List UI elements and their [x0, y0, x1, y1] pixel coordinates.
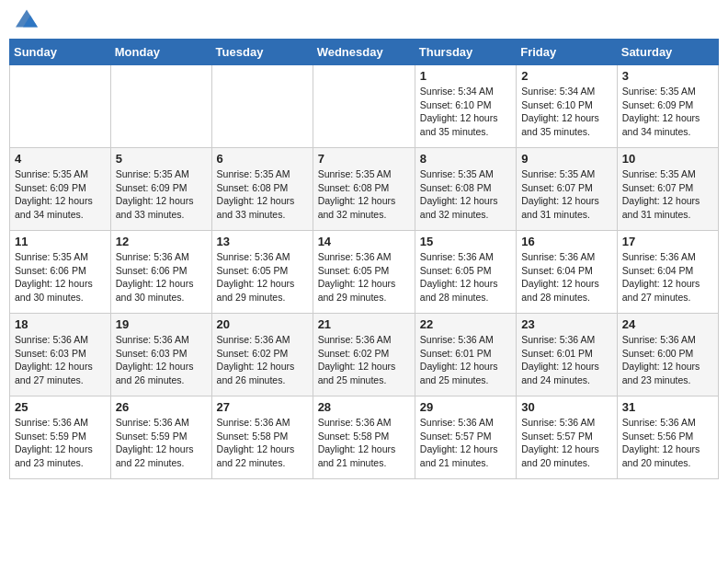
weekday-header-sunday: Sunday [10, 40, 111, 65]
calendar-cell: 22Sunrise: 5:36 AM Sunset: 6:01 PM Dayli… [415, 314, 516, 396]
day-number: 24 [622, 317, 713, 331]
weekday-header-tuesday: Tuesday [211, 40, 313, 65]
calendar-cell: 24Sunrise: 5:36 AM Sunset: 6:00 PM Dayli… [617, 314, 718, 396]
day-number: 31 [622, 400, 713, 414]
day-number: 7 [318, 152, 410, 166]
calendar-cell: 20Sunrise: 5:36 AM Sunset: 6:02 PM Dayli… [211, 314, 313, 396]
calendar-cell: 25Sunrise: 5:36 AM Sunset: 5:59 PM Dayli… [10, 396, 111, 479]
day-number: 4 [15, 152, 106, 166]
day-number: 20 [217, 317, 308, 331]
day-info: Sunrise: 5:35 AM Sunset: 6:08 PM Dayligh… [217, 167, 308, 222]
weekday-header-saturday: Saturday [617, 40, 718, 65]
day-number: 25 [15, 400, 106, 414]
day-number: 11 [15, 235, 106, 248]
calendar-table: SundayMondayTuesdayWednesdayThursdayFrid… [9, 39, 719, 479]
calendar-cell: 15Sunrise: 5:36 AM Sunset: 6:05 PM Dayli… [415, 231, 516, 314]
day-info: Sunrise: 5:35 AM Sunset: 6:07 PM Dayligh… [622, 167, 713, 222]
day-number: 14 [318, 235, 410, 248]
day-info: Sunrise: 5:36 AM Sunset: 6:05 PM Dayligh… [217, 250, 308, 304]
day-number: 22 [420, 317, 511, 331]
calendar-cell: 30Sunrise: 5:36 AM Sunset: 5:57 PM Dayli… [517, 396, 618, 479]
calendar-cell: 14Sunrise: 5:36 AM Sunset: 6:05 PM Dayli… [313, 231, 415, 314]
calendar-week-3: 11Sunrise: 5:35 AM Sunset: 6:06 PM Dayli… [10, 231, 719, 314]
day-info: Sunrise: 5:36 AM Sunset: 6:02 PM Dayligh… [217, 333, 308, 387]
day-info: Sunrise: 5:36 AM Sunset: 6:01 PM Dayligh… [420, 333, 511, 387]
day-number: 19 [116, 317, 207, 331]
day-info: Sunrise: 5:34 AM Sunset: 6:10 PM Dayligh… [521, 85, 612, 139]
calendar-cell: 16Sunrise: 5:36 AM Sunset: 6:04 PM Dayli… [517, 231, 618, 314]
day-info: Sunrise: 5:36 AM Sunset: 6:05 PM Dayligh… [318, 250, 410, 304]
logo [14, 9, 38, 31]
day-info: Sunrise: 5:36 AM Sunset: 6:04 PM Dayligh… [521, 250, 612, 304]
calendar-week-4: 18Sunrise: 5:36 AM Sunset: 6:03 PM Dayli… [10, 314, 719, 396]
day-number: 10 [622, 152, 713, 166]
day-number: 6 [217, 152, 308, 166]
calendar-cell [313, 65, 415, 148]
calendar-week-2: 4Sunrise: 5:35 AM Sunset: 6:09 PM Daylig… [10, 148, 719, 231]
calendar-cell: 23Sunrise: 5:36 AM Sunset: 6:01 PM Dayli… [517, 314, 618, 396]
calendar-cell: 18Sunrise: 5:36 AM Sunset: 6:03 PM Dayli… [10, 314, 111, 396]
weekday-header-thursday: Thursday [415, 40, 516, 65]
calendar-cell: 27Sunrise: 5:36 AM Sunset: 5:58 PM Dayli… [211, 396, 313, 479]
calendar-cell: 26Sunrise: 5:36 AM Sunset: 5:59 PM Dayli… [110, 396, 211, 479]
day-info: Sunrise: 5:36 AM Sunset: 5:58 PM Dayligh… [318, 416, 410, 470]
weekday-header-wednesday: Wednesday [313, 40, 415, 65]
calendar-cell: 29Sunrise: 5:36 AM Sunset: 5:57 PM Dayli… [415, 396, 516, 479]
calendar-week-5: 25Sunrise: 5:36 AM Sunset: 5:59 PM Dayli… [10, 396, 719, 479]
day-number: 30 [521, 400, 612, 414]
day-number: 8 [420, 152, 511, 166]
day-info: Sunrise: 5:35 AM Sunset: 6:09 PM Dayligh… [116, 167, 207, 222]
day-number: 28 [318, 400, 410, 414]
day-info: Sunrise: 5:36 AM Sunset: 6:01 PM Dayligh… [521, 333, 612, 387]
day-number: 27 [217, 400, 308, 414]
day-info: Sunrise: 5:36 AM Sunset: 6:03 PM Dayligh… [116, 333, 207, 387]
day-number: 16 [521, 235, 612, 248]
calendar-cell: 17Sunrise: 5:36 AM Sunset: 6:04 PM Dayli… [617, 231, 718, 314]
day-number: 21 [318, 317, 410, 331]
day-info: Sunrise: 5:36 AM Sunset: 5:59 PM Dayligh… [15, 416, 106, 470]
day-number: 23 [521, 317, 612, 331]
page-header [9, 9, 719, 31]
day-number: 26 [116, 400, 207, 414]
calendar-week-1: 1Sunrise: 5:34 AM Sunset: 6:10 PM Daylig… [10, 65, 719, 148]
calendar-cell: 6Sunrise: 5:35 AM Sunset: 6:08 PM Daylig… [211, 148, 313, 231]
day-info: Sunrise: 5:36 AM Sunset: 6:02 PM Dayligh… [318, 333, 410, 387]
calendar-cell: 9Sunrise: 5:35 AM Sunset: 6:07 PM Daylig… [517, 148, 618, 231]
weekday-header-row: SundayMondayTuesdayWednesdayThursdayFrid… [10, 40, 719, 65]
calendar-cell: 19Sunrise: 5:36 AM Sunset: 6:03 PM Dayli… [110, 314, 211, 396]
day-info: Sunrise: 5:35 AM Sunset: 6:06 PM Dayligh… [15, 250, 106, 304]
calendar-cell: 8Sunrise: 5:35 AM Sunset: 6:08 PM Daylig… [415, 148, 516, 231]
calendar-cell: 28Sunrise: 5:36 AM Sunset: 5:58 PM Dayli… [313, 396, 415, 479]
day-info: Sunrise: 5:36 AM Sunset: 5:57 PM Dayligh… [521, 416, 612, 470]
day-info: Sunrise: 5:36 AM Sunset: 6:00 PM Dayligh… [622, 333, 713, 387]
day-info: Sunrise: 5:36 AM Sunset: 5:56 PM Dayligh… [622, 416, 713, 470]
calendar-cell: 11Sunrise: 5:35 AM Sunset: 6:06 PM Dayli… [10, 231, 111, 314]
calendar-cell [10, 65, 111, 148]
day-info: Sunrise: 5:34 AM Sunset: 6:10 PM Dayligh… [420, 85, 511, 139]
calendar-cell: 12Sunrise: 5:36 AM Sunset: 6:06 PM Dayli… [110, 231, 211, 314]
calendar-cell: 10Sunrise: 5:35 AM Sunset: 6:07 PM Dayli… [617, 148, 718, 231]
day-info: Sunrise: 5:35 AM Sunset: 6:09 PM Dayligh… [622, 85, 713, 139]
calendar-cell: 31Sunrise: 5:36 AM Sunset: 5:56 PM Dayli… [617, 396, 718, 479]
calendar-cell: 1Sunrise: 5:34 AM Sunset: 6:10 PM Daylig… [415, 65, 516, 148]
calendar-cell: 2Sunrise: 5:34 AM Sunset: 6:10 PM Daylig… [517, 65, 618, 148]
weekday-header-monday: Monday [110, 40, 211, 65]
day-info: Sunrise: 5:35 AM Sunset: 6:07 PM Dayligh… [521, 167, 612, 222]
calendar-cell [211, 65, 313, 148]
calendar-cell [110, 65, 211, 148]
day-info: Sunrise: 5:36 AM Sunset: 5:57 PM Dayligh… [420, 416, 511, 470]
weekday-header-friday: Friday [517, 40, 618, 65]
day-info: Sunrise: 5:35 AM Sunset: 6:08 PM Dayligh… [420, 167, 511, 222]
calendar-cell: 5Sunrise: 5:35 AM Sunset: 6:09 PM Daylig… [110, 148, 211, 231]
calendar-body: 1Sunrise: 5:34 AM Sunset: 6:10 PM Daylig… [10, 65, 719, 479]
day-number: 17 [622, 235, 713, 248]
day-info: Sunrise: 5:35 AM Sunset: 6:09 PM Dayligh… [15, 167, 106, 222]
calendar-header: SundayMondayTuesdayWednesdayThursdayFrid… [10, 40, 719, 65]
day-info: Sunrise: 5:36 AM Sunset: 6:03 PM Dayligh… [15, 333, 106, 387]
day-number: 29 [420, 400, 511, 414]
day-number: 9 [521, 152, 612, 166]
day-info: Sunrise: 5:36 AM Sunset: 6:06 PM Dayligh… [116, 250, 207, 304]
day-info: Sunrise: 5:36 AM Sunset: 5:59 PM Dayligh… [116, 416, 207, 470]
calendar-cell: 3Sunrise: 5:35 AM Sunset: 6:09 PM Daylig… [617, 65, 718, 148]
logo-icon [16, 9, 38, 28]
